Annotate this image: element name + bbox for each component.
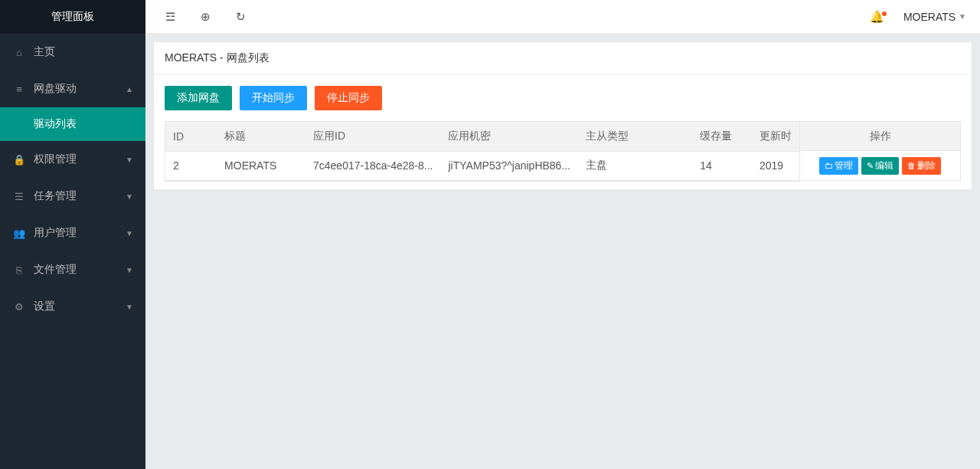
delete-button[interactable]: 🗑 删除 [902, 157, 941, 175]
btn-label: 删除 [917, 159, 936, 172]
drive-table: ID 标题 应用ID 应用机密 主从类型 缓存量 更新时 [165, 122, 799, 181]
chevron-down-icon: ▼ [126, 192, 133, 201]
refresh-icon: ↻ [236, 10, 246, 24]
card-title: MOERATS - 网盘列表 [154, 42, 972, 75]
fixed-ops-column: 操作 🗀 管理 ✎ 编辑 [800, 121, 961, 181]
user-menu[interactable]: MOERATS ▼ [903, 11, 966, 23]
user-name: MOERATS [903, 11, 956, 23]
col-updated: 更新时 [752, 122, 799, 151]
caret-down-icon: ▼ [959, 12, 966, 21]
sidebar-item-files[interactable]: ⎘ 文件管理 ▼ [0, 251, 145, 288]
cell-title: MOERATS [217, 151, 305, 180]
users-icon: 👥 [12, 228, 26, 239]
chevron-down-icon: ▼ [126, 156, 133, 164]
add-drive-button[interactable]: 添加网盘 [165, 86, 232, 110]
menu-icon: ☲ [165, 10, 175, 24]
col-ops: 操作 [800, 122, 960, 151]
chevron-down-icon: ▼ [126, 229, 133, 238]
btn-label: 管理 [835, 159, 853, 172]
sidebar-item-label: 用户管理 [34, 226, 77, 240]
col-appid: 应用ID [305, 122, 440, 151]
sidebar-item-label: 任务管理 [34, 189, 77, 203]
file-icon: ⎘ [12, 264, 26, 276]
start-sync-button[interactable]: 开始同步 [240, 86, 307, 110]
list-icon: ☰ [12, 191, 26, 202]
lock-icon: 🔒 [12, 154, 26, 166]
sidebar-title: 管理面板 [0, 0, 145, 34]
drive-icon: ≡ [12, 84, 26, 95]
cell-cache: 14 [692, 151, 752, 180]
col-id: ID [165, 122, 217, 151]
chevron-down-icon: ▼ [126, 266, 133, 274]
notification-dot [882, 11, 887, 16]
refresh-button[interactable]: ↻ [227, 3, 254, 31]
table-scroll-area[interactable]: ID 标题 应用ID 应用机密 主从类型 缓存量 更新时 [165, 121, 800, 182]
drive-list-card: MOERATS - 网盘列表 添加网盘 开始同步 停止同步 ID [153, 41, 972, 190]
chevron-down-icon: ▼ [126, 303, 133, 311]
col-appsecret: 应用机密 [440, 122, 578, 151]
gear-icon: ⚙ [12, 301, 26, 313]
cell-appsecret: jiTYAMP53?^janipHB86... [440, 151, 578, 180]
sidebar-item-label: 网盘驱动 [34, 82, 77, 96]
layers-icon: 🗀 [825, 161, 833, 170]
table-row: 2 MOERATS 7c4ee017-18ca-4e28-8... jiTYAM… [165, 151, 799, 180]
sidebar-item-home[interactable]: ⌂ 主页 [0, 34, 145, 71]
col-title: 标题 [217, 122, 305, 151]
cell-id: 2 [165, 151, 217, 180]
cell-mastertype: 主盘 [578, 151, 692, 180]
home-icon: ⌂ [12, 47, 26, 58]
sidebar-item-settings[interactable]: ⚙ 设置 ▼ [0, 288, 145, 325]
btn-label: 编辑 [875, 159, 893, 172]
trash-icon: 🗑 [907, 161, 916, 170]
topbar: ☲ ⊕ ↻ 🔔 MOERATS ▼ [145, 0, 980, 34]
sidebar-item-label: 驱动列表 [34, 117, 77, 131]
pencil-icon: ✎ [867, 161, 874, 171]
sidebar: 管理面板 ⌂ 主页 ≡ 网盘驱动 ▲ 驱动列表 🔒 权限管理 ▼ ☰ 任务管理 … [0, 0, 145, 469]
stop-sync-button[interactable]: 停止同步 [315, 86, 382, 110]
col-cache: 缓存量 [692, 122, 752, 151]
sidebar-subitem-drive-list[interactable]: 驱动列表 [0, 107, 145, 141]
edit-button[interactable]: ✎ 编辑 [861, 157, 899, 175]
sidebar-item-drives[interactable]: ≡ 网盘驱动 ▲ [0, 71, 145, 107]
language-button[interactable]: ⊕ [191, 3, 219, 31]
sidebar-item-label: 文件管理 [34, 263, 77, 277]
sidebar-item-permissions[interactable]: 🔒 权限管理 ▼ [0, 141, 145, 178]
manage-button[interactable]: 🗀 管理 [819, 157, 858, 175]
chevron-up-icon: ▲ [126, 85, 133, 93]
sidebar-item-users[interactable]: 👥 用户管理 ▼ [0, 215, 145, 251]
sidebar-item-label: 权限管理 [34, 153, 77, 166]
globe-icon: ⊕ [201, 10, 211, 24]
toggle-sidebar-button[interactable]: ☲ [156, 3, 184, 31]
cell-appid: 7c4ee017-18ca-4e28-8... [305, 151, 440, 180]
sidebar-item-label: 主页 [34, 45, 55, 59]
table-row-ops: 🗀 管理 ✎ 编辑 🗑 删除 [800, 151, 960, 180]
sidebar-item-label: 设置 [34, 300, 55, 313]
cell-updated: 2019 [752, 151, 799, 180]
col-mastertype: 主从类型 [578, 122, 692, 151]
sidebar-item-tasks[interactable]: ☰ 任务管理 ▼ [0, 178, 145, 215]
notifications-button[interactable]: 🔔 [865, 10, 890, 24]
